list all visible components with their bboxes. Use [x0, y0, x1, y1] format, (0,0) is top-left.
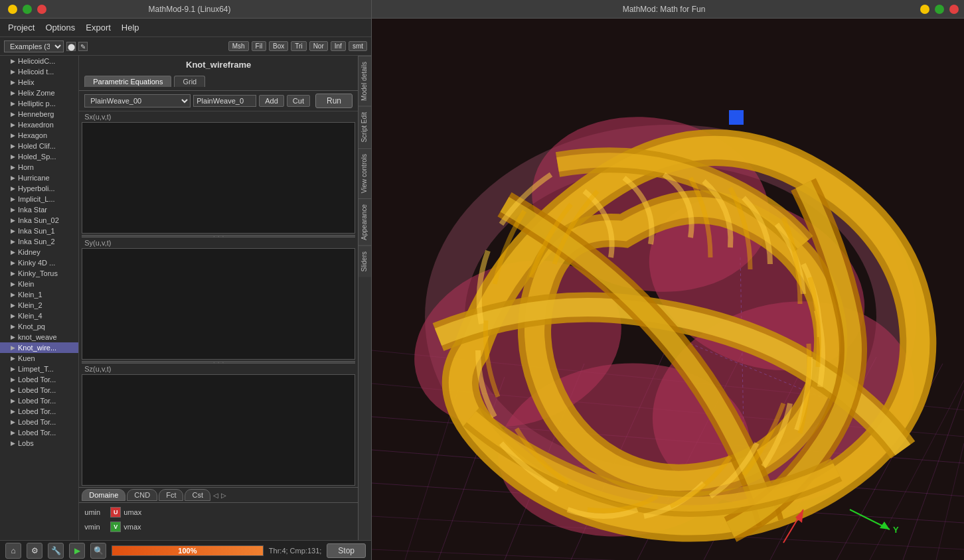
- list-item[interactable]: ▶Helix Zome: [0, 88, 78, 98]
- edit-icon[interactable]: ✎: [78, 42, 88, 51]
- side-tab-model-details[interactable]: Model details: [359, 56, 371, 106]
- list-item[interactable]: ▶Hexaedron: [0, 119, 78, 130]
- controls-row: PlainWeave_00 Add Cut Run: [79, 91, 358, 111]
- examples-icon[interactable]: ⬤: [66, 42, 76, 51]
- bottom-tabs-row: Domaine CND Fct Cst ◁ ▷: [79, 487, 358, 503]
- vmin-color-button[interactable]: V: [110, 522, 121, 532]
- list-item[interactable]: ▶Helliptic p...: [0, 98, 78, 109]
- cut-button[interactable]: Cut: [287, 95, 310, 107]
- status-bar: ⌂ ⚙ 🔧 ▶ 🔍 100% Thr:4; Cmp:131; Stop: [0, 540, 371, 560]
- tool-icon[interactable]: 🔧: [48, 543, 64, 559]
- btn-msh[interactable]: Msh: [228, 41, 249, 51]
- list-item[interactable]: ▶Limpet_T...: [0, 364, 78, 374]
- sz-textarea[interactable]: [82, 374, 355, 486]
- tab-grid[interactable]: Grid: [174, 76, 205, 87]
- play-icon[interactable]: ▶: [69, 543, 85, 559]
- btn-smt[interactable]: smt: [349, 41, 367, 51]
- knot-visualization: Y: [372, 19, 964, 560]
- side-tab-script-edit[interactable]: Script Edit: [359, 106, 371, 148]
- list-item[interactable]: ▶Inka Sun_1: [0, 226, 78, 236]
- menu-options[interactable]: Options: [40, 21, 80, 34]
- close-button[interactable]: [37, 5, 46, 14]
- list-item[interactable]: ▶Holed_Sp...: [0, 151, 78, 162]
- toolbar: Examples (358) ⬤ ✎ Msh Fil Box Tri Nor I…: [0, 37, 371, 56]
- list-item-hurricane[interactable]: ▶Hurricane: [0, 173, 78, 183]
- menu-help[interactable]: Help: [116, 21, 145, 34]
- list-item[interactable]: ▶Lobed Tor...: [0, 417, 78, 427]
- list-item[interactable]: ▶Klein: [0, 279, 78, 289]
- btn-inf[interactable]: Inf: [331, 41, 346, 51]
- list-item[interactable]: ▶Implicit_L...: [0, 194, 78, 204]
- menu-project[interactable]: Project: [3, 21, 40, 34]
- vmin-label: vmin: [84, 523, 108, 531]
- editor-panel: Model details Script Edit View controls …: [79, 56, 371, 540]
- btn-tri[interactable]: Tri: [291, 41, 306, 51]
- list-item[interactable]: ▶Lobed Tor...: [0, 406, 78, 417]
- next-tab-arrow[interactable]: ▷: [220, 492, 228, 499]
- side-tab-appearance[interactable]: Appearance: [359, 198, 371, 245]
- home-icon[interactable]: ⌂: [5, 543, 21, 559]
- side-tab-sliders[interactable]: Sliders: [359, 245, 371, 277]
- list-item[interactable]: ▶Kinky_Torus: [0, 268, 78, 279]
- list-item[interactable]: ▶HelicoidC...: [0, 56, 78, 66]
- list-item[interactable]: ▶Lobed Tor...: [0, 374, 78, 385]
- btn-fil[interactable]: Fil: [252, 41, 267, 51]
- left-title-bar: MathMod-9.1 (Linux64): [0, 0, 371, 19]
- sy-textarea[interactable]: [82, 248, 355, 360]
- list-item[interactable]: ▶Lobed Tor...: [0, 385, 78, 395]
- list-item[interactable]: ▶Inka Sun_02: [0, 215, 78, 226]
- vp-minimize-button[interactable]: [920, 5, 929, 14]
- list-item[interactable]: ▶Henneberg: [0, 109, 78, 119]
- list-item[interactable]: ▶Klein_2: [0, 300, 78, 311]
- list-item[interactable]: ▶Hyperboli...: [0, 183, 78, 194]
- list-item[interactable]: ▶Inka Star: [0, 204, 78, 215]
- list-item[interactable]: ▶Lobed Tor...: [0, 427, 78, 438]
- btab-fct[interactable]: Fct: [159, 489, 183, 501]
- side-tab-view-controls[interactable]: View controls: [359, 148, 371, 198]
- tab-parametric[interactable]: Parametric Equations: [84, 76, 171, 87]
- minimize-button[interactable]: [8, 5, 17, 14]
- umin-color-button[interactable]: U: [110, 507, 121, 518]
- list-item[interactable]: ▶Kidney: [0, 247, 78, 257]
- examples-dropdown[interactable]: Examples (358): [4, 40, 64, 52]
- list-item[interactable]: ▶Lobs: [0, 438, 78, 449]
- btab-cnd[interactable]: CND: [127, 489, 157, 501]
- search-icon[interactable]: 🔍: [90, 543, 106, 559]
- list-item[interactable]: ▶Holed Clif...: [0, 141, 78, 151]
- list-item[interactable]: ▶Inka Sun_2: [0, 236, 78, 247]
- list-item[interactable]: ▶Helicoid t...: [0, 66, 78, 77]
- settings-icon[interactable]: ⚙: [27, 543, 42, 559]
- run-button[interactable]: Run: [315, 94, 353, 108]
- btn-nor[interactable]: Nor: [309, 41, 328, 51]
- btab-domaine[interactable]: Domaine: [82, 489, 125, 501]
- prev-tab-arrow[interactable]: ◁: [212, 492, 220, 499]
- list-item[interactable]: ▶Lobed Tor...: [0, 395, 78, 406]
- formula-dropdown[interactable]: PlainWeave_00: [84, 94, 191, 107]
- viewport-title-bar: MathMod: Math for Fun: [372, 0, 964, 19]
- add-button[interactable]: Add: [259, 95, 284, 107]
- formula-name-input[interactable]: [193, 95, 256, 107]
- list-item[interactable]: ▶knot_weave: [0, 332, 78, 342]
- status-text: Thr:4; Cmp:131;: [269, 547, 321, 555]
- list-item[interactable]: ▶Helix: [0, 77, 78, 88]
- btab-cst[interactable]: Cst: [185, 489, 210, 501]
- menu-bar: Project Options Export Help: [0, 19, 371, 37]
- menu-export[interactable]: Export: [80, 21, 116, 34]
- viewport-title: MathMod: Math for Fun: [410, 5, 918, 14]
- maximize-button[interactable]: [23, 5, 32, 14]
- list-item[interactable]: ▶Knot_pq: [0, 321, 78, 332]
- 3d-viewport[interactable]: Grid = 50×50 = 2500 Poly = 1131162: [372, 19, 964, 560]
- list-item[interactable]: ▶Klein_1: [0, 289, 78, 300]
- list-item[interactable]: ▶Kinky 4D ...: [0, 257, 78, 268]
- btn-box[interactable]: Box: [269, 41, 288, 51]
- vp-maximize-button[interactable]: [935, 5, 944, 14]
- tabs-row: Parametric Equations Grid: [79, 72, 358, 91]
- list-item[interactable]: ▶Hexagon: [0, 130, 78, 141]
- vp-close-button[interactable]: [949, 5, 959, 14]
- list-item[interactable]: ▶Kuen: [0, 353, 78, 364]
- list-item[interactable]: ▶Klein_4: [0, 311, 78, 321]
- list-item-knot-wireframe[interactable]: ▶Knot_wire...: [0, 342, 78, 353]
- list-item-horn[interactable]: ▶Horn: [0, 162, 78, 173]
- stop-button[interactable]: Stop: [327, 543, 366, 558]
- sx-textarea[interactable]: [82, 122, 355, 234]
